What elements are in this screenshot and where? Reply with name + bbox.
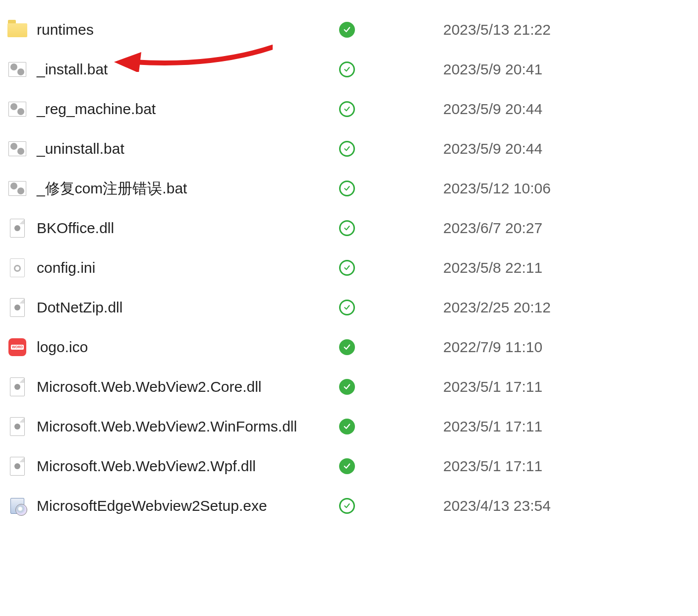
file-date: 2023/5/13 21:22 bbox=[443, 21, 592, 38]
file-status-cell bbox=[339, 498, 443, 514]
sync-status-solid-icon bbox=[339, 419, 355, 434]
file-name: DotNetZip.dll bbox=[35, 299, 339, 316]
batch-file-icon bbox=[8, 61, 26, 78]
sync-status-outline-icon bbox=[339, 181, 355, 196]
file-date: 2023/5/9 20:44 bbox=[443, 140, 592, 157]
sync-status-outline-icon bbox=[339, 498, 355, 514]
dll-file-icon bbox=[8, 219, 26, 237]
file-row[interactable]: Microsoft.Web.WebView2.WinForms.dll2023/… bbox=[0, 407, 698, 446]
file-icon-cell bbox=[0, 299, 35, 316]
file-status-cell bbox=[339, 458, 443, 474]
batch-file-icon bbox=[8, 100, 26, 118]
file-icon-cell bbox=[0, 457, 35, 475]
file-icon-cell bbox=[0, 140, 35, 158]
file-status-cell bbox=[339, 181, 443, 196]
file-date: 2023/6/7 20:27 bbox=[443, 220, 592, 237]
file-name: BKOffice.dll bbox=[35, 220, 339, 237]
file-row[interactable]: Microsoft.Web.WebView2.Core.dll2023/5/1 … bbox=[0, 367, 698, 407]
file-icon-cell bbox=[0, 378, 35, 396]
file-row[interactable]: DotNetZip.dll2023/2/25 20:12 bbox=[0, 288, 698, 327]
folder-icon bbox=[7, 22, 27, 37]
file-row[interactable]: runtimes2023/5/13 21:22 bbox=[0, 10, 698, 50]
dll-file-icon bbox=[8, 378, 26, 396]
sync-status-solid-icon bbox=[339, 22, 355, 38]
sync-status-outline-icon bbox=[339, 300, 355, 315]
file-icon-cell bbox=[0, 418, 35, 435]
file-status-cell bbox=[339, 260, 443, 276]
file-icon-cell: WORD bbox=[0, 338, 35, 356]
file-status-cell bbox=[339, 101, 443, 117]
file-date: 2023/5/9 20:41 bbox=[443, 61, 592, 78]
sync-status-outline-icon bbox=[339, 101, 355, 117]
file-name: _修复com注册错误.bat bbox=[35, 179, 339, 199]
dll-file-icon bbox=[8, 299, 26, 316]
file-date: 2023/5/1 17:11 bbox=[443, 458, 592, 475]
file-icon-cell bbox=[0, 497, 35, 515]
file-name: _install.bat bbox=[35, 61, 339, 78]
file-icon-cell bbox=[0, 219, 35, 237]
file-date: 2023/5/8 22:11 bbox=[443, 259, 592, 276]
file-row[interactable]: _reg_machine.bat2023/5/9 20:44 bbox=[0, 89, 698, 129]
file-icon-cell bbox=[0, 100, 35, 118]
setup-exe-icon bbox=[8, 497, 26, 515]
file-name: Microsoft.Web.WebView2.Core.dll bbox=[35, 378, 339, 395]
file-row[interactable]: WORDlogo.ico2022/7/9 11:10 bbox=[0, 327, 698, 367]
file-name: _uninstall.bat bbox=[35, 140, 339, 157]
batch-file-icon bbox=[8, 140, 26, 158]
file-icon-cell bbox=[0, 22, 35, 37]
file-status-cell bbox=[339, 62, 443, 77]
file-date: 2023/5/9 20:44 bbox=[443, 101, 592, 118]
file-name: Microsoft.Web.WebView2.WinForms.dll bbox=[35, 418, 339, 435]
sync-status-solid-icon bbox=[339, 458, 355, 474]
file-row[interactable]: _修复com注册错误.bat2023/5/12 10:06 bbox=[0, 169, 698, 208]
file-status-cell bbox=[339, 220, 443, 236]
file-row[interactable]: BKOffice.dll2023/6/7 20:27 bbox=[0, 208, 698, 248]
file-row[interactable]: _uninstall.bat2023/5/9 20:44 bbox=[0, 129, 698, 169]
batch-file-icon bbox=[8, 180, 26, 197]
file-date: 2022/7/9 11:10 bbox=[443, 339, 592, 356]
file-row[interactable]: MicrosoftEdgeWebview2Setup.exe2023/4/13 … bbox=[0, 486, 698, 526]
file-row[interactable]: _install.bat2023/5/9 20:41 bbox=[0, 50, 698, 89]
dll-file-icon bbox=[8, 457, 26, 475]
dll-file-icon bbox=[8, 418, 26, 435]
file-status-cell bbox=[339, 300, 443, 315]
file-icon-cell bbox=[0, 259, 35, 277]
file-date: 2023/5/1 17:11 bbox=[443, 418, 592, 435]
file-date: 2023/2/25 20:12 bbox=[443, 299, 592, 316]
file-name: MicrosoftEdgeWebview2Setup.exe bbox=[35, 497, 339, 514]
file-icon-cell bbox=[0, 61, 35, 78]
sync-status-outline-icon bbox=[339, 62, 355, 77]
file-status-cell bbox=[339, 419, 443, 434]
file-icon-cell bbox=[0, 180, 35, 197]
sync-status-outline-icon bbox=[339, 220, 355, 236]
sync-status-outline-icon bbox=[339, 260, 355, 276]
sync-status-outline-icon bbox=[339, 141, 355, 157]
file-name: Microsoft.Web.WebView2.Wpf.dll bbox=[35, 458, 339, 475]
file-name: _reg_machine.bat bbox=[35, 101, 339, 118]
sync-status-solid-icon bbox=[339, 339, 355, 355]
file-date: 2023/5/12 10:06 bbox=[443, 180, 592, 197]
file-status-cell bbox=[339, 22, 443, 38]
file-status-cell bbox=[339, 141, 443, 157]
sync-status-solid-icon bbox=[339, 379, 355, 395]
ico-file-icon: WORD bbox=[8, 338, 26, 356]
file-status-cell bbox=[339, 379, 443, 395]
file-date: 2023/5/1 17:11 bbox=[443, 378, 592, 395]
file-date: 2023/4/13 23:54 bbox=[443, 497, 592, 514]
ini-file-icon bbox=[8, 259, 26, 277]
file-status-cell bbox=[339, 339, 443, 355]
file-row[interactable]: Microsoft.Web.WebView2.Wpf.dll2023/5/1 1… bbox=[0, 446, 698, 486]
file-name: logo.ico bbox=[35, 339, 339, 356]
file-name: runtimes bbox=[35, 21, 339, 38]
file-name: config.ini bbox=[35, 259, 339, 276]
file-row[interactable]: config.ini2023/5/8 22:11 bbox=[0, 248, 698, 288]
